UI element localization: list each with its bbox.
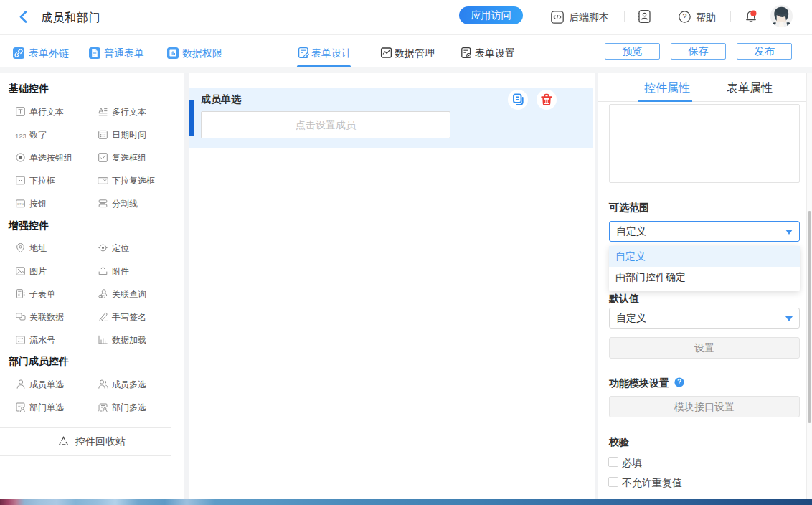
svg-text:BTN: BTN [17, 202, 23, 206]
svg-text:123: 123 [15, 132, 26, 140]
svg-text:?: ? [683, 12, 687, 21]
svg-text:?: ? [677, 378, 681, 386]
